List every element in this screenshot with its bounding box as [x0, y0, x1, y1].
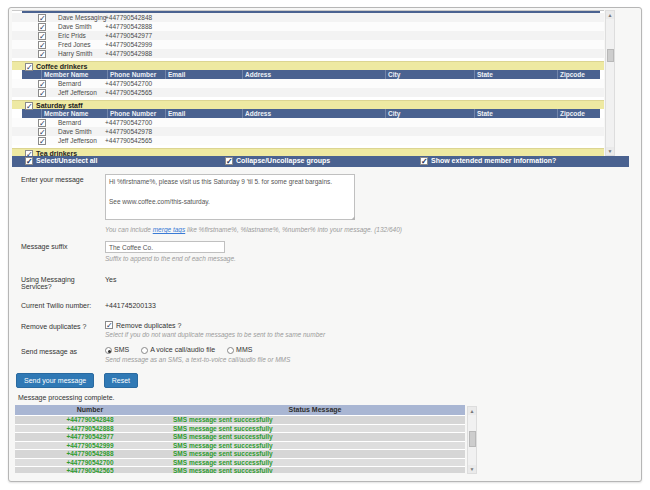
member-checkbox[interactable]: ✓ — [38, 32, 46, 40]
member-row: ✓Dave Smith+447790542888 — [12, 22, 604, 31]
select-all-checkbox[interactable]: ✓ — [25, 157, 33, 165]
suffix-label: Message suffix — [12, 241, 105, 262]
scroll-down-icon[interactable]: ▼ — [468, 465, 476, 473]
member-row: ✓Bernard+447790542700 — [12, 118, 604, 127]
result-row: +447790542977SMS message sent successful… — [15, 432, 465, 441]
merge-tags-link[interactable]: merge tags — [153, 226, 186, 233]
member-name: Fred Jones — [58, 41, 91, 48]
column-header-zipcode: Zipcode — [558, 109, 600, 118]
member-checkbox[interactable]: ✓ — [38, 119, 46, 127]
column-header-zipcode: Zipcode — [558, 70, 600, 79]
group-label: Coffee drinkers — [36, 63, 87, 70]
scrollbar-thumb[interactable] — [469, 431, 476, 447]
message-help-prefix: You can include — [105, 226, 153, 233]
message-form: Enter your message Hi %firstname%, pleas… — [12, 170, 634, 388]
suffix-help: Suffix to append to the end of each mess… — [105, 255, 236, 262]
result-status: SMS message sent successfully — [165, 459, 273, 467]
result-number: +447790542565 — [15, 467, 165, 473]
member-checkbox[interactable]: ✓ — [38, 128, 46, 136]
remove-duplicates-checkbox[interactable]: ✓ — [105, 321, 113, 329]
column-header-email: Email — [166, 70, 243, 79]
radio-voice[interactable]: A voice call/audio file — [141, 346, 215, 353]
radio-mms-label: MMS — [236, 346, 252, 353]
radio-mms-icon[interactable] — [227, 347, 234, 354]
member-checkbox[interactable]: ✓ — [38, 23, 46, 31]
member-name: Bernard — [58, 119, 81, 126]
column-header-city: City — [386, 109, 475, 118]
result-row: +447790542988SMS message sent successful… — [15, 449, 465, 458]
column-header-state: State — [475, 109, 558, 118]
result-number: +447790542888 — [15, 425, 165, 433]
member-rows-container: ✓Dave Messaging+447790542848✓Dave Smith+… — [12, 13, 604, 157]
collapse-groups-checkbox[interactable]: ✓ — [225, 157, 233, 165]
member-phone: +447790542700 — [105, 80, 152, 87]
column-header-phone-number: Phone Number — [108, 109, 166, 118]
suffix-input[interactable]: The Coffee Co. — [105, 241, 225, 253]
member-checkbox[interactable]: ✓ — [38, 14, 46, 22]
radio-sms[interactable]: SMS — [105, 346, 129, 353]
member-checkbox[interactable]: ✓ — [38, 41, 46, 49]
result-number: +447790542999 — [15, 442, 165, 450]
scroll-up-icon[interactable]: ▲ — [606, 11, 614, 19]
radio-sms-icon[interactable] — [105, 347, 112, 354]
member-name: Eric Prids — [58, 32, 86, 39]
message-help: You can include merge tags like %firstna… — [105, 226, 402, 233]
send-as-label: Send message as — [12, 346, 105, 363]
member-phone: +447790542848 — [105, 14, 152, 21]
select-unselect-all[interactable]: ✓Select/Unselect all — [25, 157, 97, 165]
group-row: ✓Saturday staff — [12, 100, 604, 109]
scroll-up-icon[interactable]: ▲ — [468, 407, 476, 415]
result-row: +447790542700SMS message sent successful… — [15, 458, 465, 467]
results-heading: Message processing complete. — [18, 394, 634, 401]
results-scrollbar[interactable]: ▲ ▼ — [467, 406, 477, 474]
result-number: +447790542977 — [15, 433, 165, 441]
member-name: Jeff Jefferson — [58, 137, 97, 144]
messaging-services-value: Yes — [105, 274, 116, 290]
number-column-header: Number — [15, 405, 165, 415]
result-status: SMS message sent successfully — [165, 450, 273, 458]
column-header-member-name: Member Name — [42, 70, 108, 79]
member-table-header: Member NamePhone NumberEmailAddressCityS… — [22, 109, 600, 118]
extended-info[interactable]: ✓Show extended member information? — [420, 157, 556, 165]
list-toolbar: ✓Select/Unselect all ✓Collapse/Uncollaps… — [12, 156, 629, 167]
results-table: Number Status Message +447790542848SMS m… — [15, 405, 465, 473]
message-textarea[interactable]: Hi %firstname%, please visit us this Sat… — [105, 174, 355, 220]
member-row: ✓Harry Smith+447790542988 — [12, 49, 604, 58]
member-name: Bernard — [58, 80, 81, 87]
group-label: Saturday staff — [36, 102, 83, 109]
member-row: ✓Dave Smith+447790542978 — [12, 127, 604, 136]
app-frame: ✓Dave Messaging+447790542848✓Dave Smith+… — [8, 7, 642, 482]
member-table-header: Member NamePhone NumberEmailAddressCityS… — [22, 70, 600, 79]
radio-voice-icon[interactable] — [141, 347, 148, 354]
scrollbar-thumb[interactable] — [607, 49, 614, 62]
send-as-help: Send message as an SMS, a text-to-voice … — [105, 356, 290, 363]
member-list-scrollbar[interactable]: ▲ ▼ — [605, 10, 615, 156]
extended-info-checkbox[interactable]: ✓ — [420, 157, 428, 165]
member-checkbox[interactable]: ✓ — [38, 80, 46, 88]
column-header-address: Address — [243, 109, 386, 118]
group-checkbox[interactable]: ✓ — [25, 102, 33, 110]
result-number: +447790542700 — [15, 459, 165, 467]
radio-mms[interactable]: MMS — [227, 346, 252, 353]
remove-duplicates-label: Remove duplicates ? — [12, 321, 105, 338]
member-checkbox[interactable]: ✓ — [38, 137, 46, 145]
collapse-groups[interactable]: ✓Collapse/Uncollapse groups — [225, 157, 330, 165]
send-message-button[interactable]: Send your message — [16, 373, 94, 388]
result-status: SMS message sent successfully — [165, 425, 273, 433]
member-list: ✓Dave Messaging+447790542848✓Dave Smith+… — [12, 10, 604, 157]
member-checkbox[interactable]: ✓ — [38, 50, 46, 58]
scroll-down-icon[interactable]: ▼ — [606, 147, 614, 155]
message-label: Enter your message — [12, 174, 105, 233]
reset-button[interactable]: Reset — [104, 373, 138, 388]
result-row: +447790542848SMS message sent successful… — [15, 415, 465, 424]
group-checkbox[interactable]: ✓ — [25, 63, 33, 71]
member-name: Harry Smith — [58, 50, 92, 57]
remove-duplicates-checkbox-label: Remove duplicates ? — [116, 322, 181, 329]
twilio-number-value: +441745200133 — [105, 300, 156, 309]
resize-grip-icon[interactable] — [351, 216, 355, 220]
radio-voice-label: A voice call/audio file — [150, 346, 215, 353]
member-name: Dave Smith — [58, 128, 92, 135]
member-checkbox[interactable]: ✓ — [38, 89, 46, 97]
remove-duplicates-help: Select if you do not want duplicate mess… — [105, 331, 325, 338]
member-row: ✓Jeff Jefferson+447790542565 — [12, 136, 604, 145]
